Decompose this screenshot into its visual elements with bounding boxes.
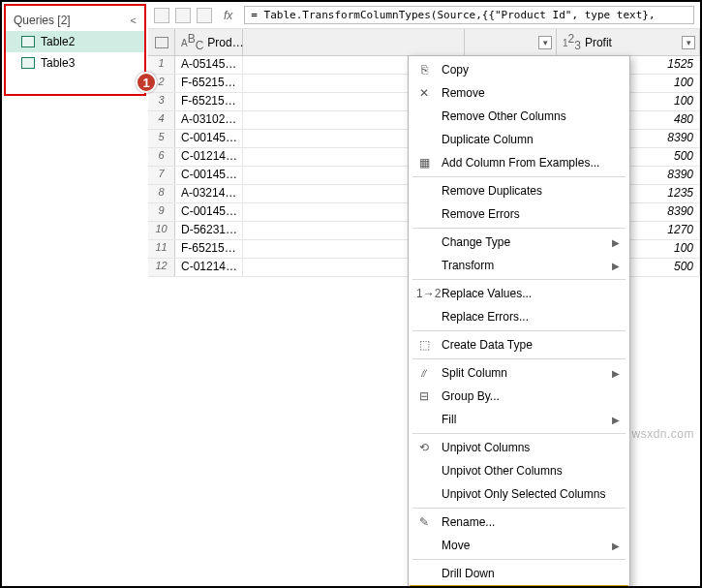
menu-label: Replace Values... (442, 287, 532, 300)
menu-label: Unpivot Columns (442, 441, 530, 454)
watermark: wsxdn.com (631, 427, 694, 441)
menu-label: Unpivot Other Columns (442, 464, 563, 478)
menu-remove-errors[interactable]: Remove Errors (409, 202, 629, 226)
callout-badge-1: 1 (136, 72, 157, 93)
formula-bar: fx = Table.TransformColumnTypes(Source,{… (148, 2, 700, 29)
row-number[interactable]: 9 (148, 203, 175, 221)
formula-input[interactable]: = Table.TransformColumnTypes(Source,{{"P… (244, 6, 694, 24)
menu-change-type[interactable]: Change Type▶ (409, 231, 629, 254)
menu-duplicate-column[interactable]: Duplicate Column (409, 128, 629, 151)
menu-label: Transform (442, 259, 494, 272)
menu-unpivot-selected-columns[interactable]: Unpivot Only Selected Columns (409, 482, 629, 506)
menu-label: Create Data Type (442, 338, 533, 352)
menu-copy[interactable]: ⎘Copy (409, 58, 629, 81)
editor-area: fx = Table.TransformColumnTypes(Source,{… (148, 2, 700, 586)
cell-product-id[interactable]: D-56231… (175, 222, 243, 239)
menu-label: Remove Other Columns (442, 109, 566, 123)
query-item-table3[interactable]: Table3 (6, 52, 144, 74)
queries-header: Queries [2] < (6, 10, 144, 31)
row-number[interactable]: 8 (148, 185, 175, 202)
row-number[interactable]: 1 (148, 56, 175, 74)
dropdown-icon[interactable] (154, 8, 169, 23)
menu-add-column-examples[interactable]: ▦Add Column From Examples... (409, 151, 629, 174)
cell-product-id[interactable]: C-01214… (175, 259, 243, 276)
filter-dropdown-icon[interactable]: ▾ (538, 36, 552, 49)
cell-product-id[interactable]: A-03214… (175, 185, 243, 202)
menu-rename[interactable]: ✎Rename... (409, 511, 629, 534)
menu-separator (412, 559, 626, 560)
menu-remove-other-columns[interactable]: Remove Other Columns (409, 105, 629, 128)
cell-product-id[interactable]: A-05145… (175, 56, 243, 74)
menu-label: Move (442, 539, 470, 552)
row-number[interactable]: 11 (148, 240, 175, 258)
menu-create-data-type[interactable]: ⬚Create Data Type (409, 333, 629, 356)
query-item-table2[interactable]: Table2 (6, 31, 144, 52)
table-icon (21, 36, 35, 47)
cell-product-id[interactable]: F-65215… (175, 240, 243, 258)
query-label: Table3 (41, 56, 75, 70)
query-label: Table2 (41, 35, 75, 48)
menu-replace-values[interactable]: 1→2Replace Values... (409, 282, 629, 305)
queries-panel: Queries [2] < Table2 Table3 (4, 4, 146, 96)
menu-label: Add Column From Examples... (442, 156, 599, 170)
menu-separator (412, 433, 626, 434)
queries-title: Queries [2] (14, 14, 71, 27)
cancel-icon[interactable] (175, 8, 191, 23)
row-number[interactable]: 3 (148, 93, 175, 110)
menu-move[interactable]: Move▶ (409, 534, 629, 557)
menu-label: Replace Errors... (442, 310, 529, 324)
menu-label: Split Column (442, 366, 507, 380)
datatype-icon: ⬚ (416, 338, 432, 352)
select-all-cell[interactable] (148, 29, 175, 55)
menu-separator (412, 279, 626, 280)
column-header-profit[interactable]: 123 Profit ▾ (557, 29, 700, 55)
menu-remove[interactable]: ✕Remove (409, 81, 629, 105)
menu-replace-errors[interactable]: Replace Errors... (409, 305, 629, 328)
menu-label: Copy (442, 63, 469, 77)
rename-icon: ✎ (416, 515, 432, 529)
group-icon: ⊟ (416, 389, 432, 403)
menu-label: Remove (442, 86, 485, 100)
menu-remove-duplicates[interactable]: Remove Duplicates (409, 179, 629, 202)
menu-separator (412, 508, 626, 509)
menu-separator (412, 228, 626, 229)
cell-product-id[interactable]: C-00145… (175, 130, 243, 147)
menu-unpivot-other-columns[interactable]: Unpivot Other Columns (409, 459, 629, 482)
submenu-arrow-icon: ▶ (612, 541, 620, 551)
menu-transform[interactable]: Transform▶ (409, 254, 629, 277)
confirm-icon[interactable] (197, 8, 212, 23)
menu-label: Remove Errors (442, 207, 520, 221)
submenu-arrow-icon: ▶ (612, 237, 620, 248)
row-number[interactable]: 7 (148, 167, 175, 184)
menu-split-column[interactable]: ⫽Split Column▶ (409, 361, 629, 385)
filter-dropdown-icon[interactable]: ▾ (682, 36, 695, 49)
text-type-icon: ABC (181, 32, 203, 52)
cell-product-id[interactable]: F-65215… (175, 75, 243, 92)
split-icon: ⫽ (416, 366, 432, 380)
row-number[interactable]: 10 (148, 222, 175, 239)
row-number[interactable]: 12 (148, 259, 175, 276)
column-header-value[interactable]: ▾ (465, 29, 557, 55)
cell-product-id[interactable]: C-00145… (175, 203, 243, 221)
menu-drill-down[interactable]: Drill Down (409, 562, 629, 585)
collapse-icon[interactable]: < (131, 15, 137, 26)
row-number[interactable]: 4 (148, 111, 175, 129)
cell-product-id[interactable]: F-65215… (175, 93, 243, 110)
fx-icon[interactable]: fx (218, 9, 238, 22)
row-number[interactable]: 5 (148, 130, 175, 147)
grid-header-row: ABC Prod… ▾ 123 Profit ▾ (148, 29, 700, 56)
menu-group-by[interactable]: ⊟Group By... (409, 385, 629, 408)
menu-fill[interactable]: Fill▶ (409, 408, 629, 431)
table-icon (21, 57, 35, 69)
menu-label: Unpivot Only Selected Columns (442, 487, 605, 501)
cell-product-id[interactable]: C-00145… (175, 167, 243, 184)
submenu-arrow-icon: ▶ (612, 261, 620, 271)
cell-product-id[interactable]: A-03102… (175, 111, 243, 129)
cell-product-id[interactable]: C-01214… (175, 148, 243, 166)
unpivot-icon: ⟲ (416, 441, 432, 454)
menu-unpivot-columns[interactable]: ⟲Unpivot Columns (409, 436, 629, 459)
column-label: Profit (585, 36, 612, 49)
row-number[interactable]: 6 (148, 148, 175, 166)
column-header-hidden[interactable] (243, 29, 465, 55)
column-header-product-id[interactable]: ABC Prod… (175, 29, 243, 55)
